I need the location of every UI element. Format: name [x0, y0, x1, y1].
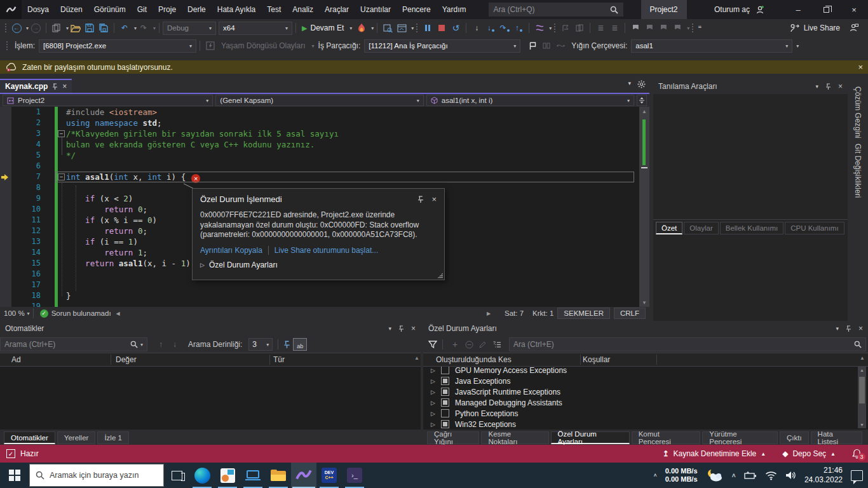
taskbar-app-edge[interactable]	[189, 463, 215, 488]
bottom-panel-tab[interactable]: Çağrı Yığını	[427, 431, 479, 444]
scroll-up-arrow[interactable]: ▲	[639, 107, 649, 116]
bookmark-dropdown[interactable]: ▾	[687, 25, 689, 31]
taskbar-app-dev-cpp[interactable]: DEVC++	[316, 463, 342, 488]
quick-search-input[interactable]: Ara (Ctrl+Q)	[489, 3, 623, 17]
new-item-icon[interactable]	[50, 21, 64, 35]
taskbar-app-terminal[interactable]: ›_	[342, 463, 367, 488]
bottom-panel-tab[interactable]: Otomatikler	[4, 431, 55, 444]
panel-menu-dropdown[interactable]: ▾	[836, 325, 839, 332]
menu-item[interactable]: Derle	[182, 0, 212, 19]
column-value[interactable]: Değer	[116, 355, 137, 364]
exception-category-row[interactable]: ▷ GPU Memory Access Exceptions	[423, 367, 868, 376]
code-line[interactable]: 5*/	[0, 150, 639, 161]
horizontal-scrollbar[interactable]: ◀ ▶	[116, 309, 491, 318]
threads-dropdown[interactable]: ▾	[549, 25, 552, 31]
freeze-columns-icon[interactable]	[283, 341, 290, 349]
scroll-down-arrow[interactable]: ▼	[639, 298, 649, 307]
pin-icon[interactable]	[846, 325, 851, 332]
redo-button[interactable]: ↷	[137, 21, 151, 35]
tab-git-changes[interactable]: Git Değişiklikleri	[853, 144, 862, 198]
popup-pin-icon[interactable]	[417, 194, 424, 204]
search-options-dropdown[interactable]: ▾	[140, 342, 143, 348]
parallel-stacks-icon[interactable]	[553, 39, 567, 53]
column-divider[interactable]	[111, 355, 111, 365]
nav-project-dropdown[interactable]: Project2 ▾	[3, 95, 213, 106]
menu-item[interactable]: Dosya	[22, 0, 55, 19]
stack-frame-dropdown[interactable]: asal1▾	[631, 39, 792, 53]
code-line[interactable]: 4bulan ve ekranda gösteren C veya C++ ko…	[0, 139, 639, 150]
column-divider[interactable]	[269, 355, 270, 365]
scroll-up-arrow[interactable]: ▲	[858, 368, 866, 372]
diagnostics-tab[interactable]: Olaylar	[684, 222, 718, 234]
scroll-right-arrow[interactable]: ▶	[487, 311, 491, 316]
toolbar-grip[interactable]	[691, 23, 695, 33]
zoom-level-dropdown[interactable]: 100 %	[4, 309, 25, 317]
editor-vertical-scrollbar[interactable]: ▲ ▼	[639, 107, 649, 307]
exception-panel-header[interactable]: Özel Durum Ayarları ▾ ×	[423, 321, 868, 336]
expand-arrow-icon[interactable]: ▷	[431, 421, 436, 428]
search-up-icon[interactable]: ↑	[154, 337, 168, 351]
taskbar-search-input[interactable]: Aramak için buraya yazın	[29, 464, 164, 487]
menu-item[interactable]: Araçlar	[319, 0, 355, 19]
unhandled-exception-icon[interactable]: ×	[191, 174, 200, 183]
menu-item[interactable]: Proje	[153, 0, 182, 19]
show-raw-text-toggle[interactable]: ab	[293, 338, 307, 351]
background-tasks-icon[interactable]: ✓	[6, 449, 15, 458]
fold-toggle-icon[interactable]: −	[58, 173, 65, 180]
exception-search-input[interactable]: Ara (Ctrl+E)	[509, 337, 866, 351]
lifecycle-events-button[interactable]: Yaşam Döngüsü Olayları	[221, 41, 306, 50]
autos-search-input[interactable]: Arama (Ctrl+E) ▾	[0, 337, 147, 351]
column-divider[interactable]	[656, 355, 657, 365]
minimize-button[interactable]: –	[784, 0, 812, 19]
bottom-panel-tab[interactable]: Yürütme Penceresi	[702, 431, 778, 444]
breakpoint-prev-icon[interactable]	[559, 21, 573, 35]
scroll-up-arrow[interactable]: ▲	[860, 355, 865, 361]
add-exception-icon[interactable]: +	[448, 337, 462, 351]
tab-list-dropdown[interactable]: ▾	[628, 80, 631, 88]
nav-member-dropdown[interactable]: asal1(int x, int i) ▾	[426, 95, 634, 106]
code-line[interactable]: 7−int asal1(int x, int i) {×	[0, 172, 639, 182]
search-down-icon[interactable]: ↓	[168, 337, 182, 351]
show-threads-icon[interactable]	[532, 21, 546, 35]
action-center-icon[interactable]	[851, 470, 863, 481]
diagnostics-tab[interactable]: Bellek Kullanımı	[720, 222, 783, 234]
debugbar-overflow-dropdown[interactable]: ▾	[796, 43, 799, 49]
nav-scope-dropdown[interactable]: (Genel Kapsam) ▾	[215, 95, 423, 106]
code-line[interactable]: 17	[0, 280, 639, 290]
restore-button[interactable]	[812, 0, 840, 19]
taskbar-app-photos[interactable]	[215, 463, 240, 488]
bottom-panel-tab[interactable]: Hata Listesi	[811, 431, 862, 444]
edit-conditions-icon[interactable]	[476, 337, 490, 351]
start-liveshare-link[interactable]: Live Share oturumunu başlat...	[275, 246, 378, 255]
pin-icon[interactable]	[398, 325, 404, 332]
exception-category-row[interactable]: ▷ Java Exceptions	[423, 376, 868, 386]
indent-mode-indicator[interactable]: SEKMELER	[557, 308, 610, 319]
menu-item[interactable]: Yardım	[437, 0, 472, 19]
pause-button[interactable]	[421, 21, 435, 35]
code-line[interactable]: 6	[0, 161, 639, 172]
stop-debug-button[interactable]	[435, 21, 449, 35]
taskbar-clock[interactable]: 21:46 24.03.2022	[804, 466, 843, 485]
expand-arrow-icon[interactable]: ▷	[431, 378, 436, 384]
remove-exception-icon[interactable]	[462, 337, 476, 351]
live-share-button[interactable]: Live Share	[790, 24, 846, 32]
code-line[interactable]: 2using namespace std;	[0, 118, 639, 128]
exception-settings-expander[interactable]: ▷ Özel Durum Ayarları	[200, 261, 437, 269]
taskbar-app-visual-studio[interactable]	[291, 463, 316, 488]
exception-category-row[interactable]: ▷ JavaScript Runtime Exceptions	[423, 386, 868, 397]
bottom-panel-tab[interactable]: Kesme Noktaları	[481, 431, 548, 444]
exception-checkbox[interactable]	[441, 420, 449, 428]
start-button[interactable]	[0, 463, 29, 488]
lifecycle-dropdown[interactable]: ▾	[312, 43, 315, 49]
exception-list-scrollbar[interactable]: ▲ ▼	[858, 367, 866, 428]
menu-item[interactable]: Pencere	[397, 0, 437, 19]
save-icon[interactable]	[83, 21, 97, 35]
bottom-panel-tab[interactable]: İzle 1	[97, 431, 129, 444]
bookmark-icon[interactable]	[628, 21, 642, 35]
copy-details-link[interactable]: Ayrıntıları Kopyala	[200, 246, 262, 255]
exception-checkbox[interactable]	[441, 367, 449, 374]
bottom-panel-tab[interactable]: Özel Durum Ayarları	[551, 431, 630, 444]
panel-close-icon[interactable]: ×	[838, 82, 843, 91]
toolbar-grip[interactable]	[4, 23, 8, 33]
column-divider[interactable]	[580, 355, 581, 365]
